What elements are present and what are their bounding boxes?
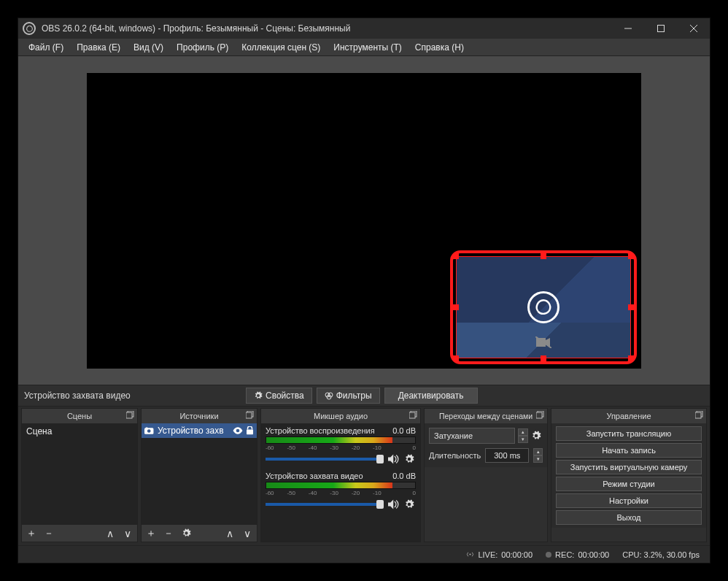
properties-button[interactable]: Свойства bbox=[246, 388, 312, 404]
vu-meter bbox=[266, 482, 416, 489]
status-live: LIVE: 00:00:00 bbox=[466, 550, 533, 559]
menu-view[interactable]: Вид (V) bbox=[128, 41, 169, 54]
broadcast-icon bbox=[466, 550, 474, 558]
mixer-title: Микшер аудио bbox=[261, 409, 420, 423]
settings-button[interactable]: Настройки bbox=[556, 493, 702, 508]
source-down-button[interactable]: ∨ bbox=[241, 528, 254, 539]
status-cpu: CPU: 3.2%, 30.00 fps bbox=[622, 550, 700, 559]
popout-icon[interactable] bbox=[246, 411, 254, 419]
volume-slider[interactable] bbox=[266, 503, 384, 506]
preview-canvas[interactable] bbox=[87, 73, 641, 369]
resize-handle[interactable] bbox=[453, 304, 459, 310]
obs-logo-icon bbox=[23, 22, 36, 35]
transition-spin[interactable]: ▴▾ bbox=[518, 428, 528, 443]
titlebar: OBS 26.0.2 (64-bit, windows) - Профиль: … bbox=[18, 18, 710, 39]
menu-file[interactable]: Файл (F) bbox=[23, 41, 69, 54]
deactivate-button[interactable]: Деактивировать bbox=[384, 388, 478, 404]
add-source-button[interactable]: ＋ bbox=[144, 527, 158, 540]
controls-title: Управление bbox=[551, 409, 706, 423]
minimize-button[interactable] bbox=[611, 18, 644, 39]
no-camera-icon bbox=[535, 336, 551, 348]
vu-scale: -60-50-40-30-20-100 bbox=[266, 444, 416, 451]
resize-handle[interactable] bbox=[628, 355, 634, 361]
resize-handle[interactable] bbox=[453, 355, 459, 361]
remove-source-button[interactable]: － bbox=[162, 527, 175, 540]
transition-settings-button[interactable] bbox=[531, 431, 543, 441]
eye-icon[interactable] bbox=[233, 427, 243, 434]
channel-level: 0.0 dB bbox=[392, 426, 416, 435]
duration-input[interactable] bbox=[485, 448, 529, 463]
scenes-dock: Сцены Сцена ＋ － ∧ ∨ bbox=[21, 408, 138, 542]
exit-button[interactable]: Выход bbox=[556, 510, 702, 525]
dock-area: Сцены Сцена ＋ － ∧ ∨ Источники bbox=[18, 407, 710, 545]
duration-label: Длительность bbox=[429, 451, 481, 460]
lock-icon[interactable] bbox=[246, 426, 254, 435]
vu-scale: -60-50-40-30-20-100 bbox=[266, 489, 416, 496]
transitions-body: Затухание ▴▾ Длительность ▴▾ bbox=[425, 423, 547, 467]
obs-placeholder-icon bbox=[527, 291, 559, 323]
sources-list[interactable]: Устройство захв bbox=[142, 423, 257, 524]
remove-scene-button[interactable]: － bbox=[42, 527, 55, 540]
start-stream-button[interactable]: Запустить трансляцию bbox=[556, 426, 702, 441]
speaker-icon[interactable] bbox=[388, 454, 400, 464]
volume-slider[interactable] bbox=[266, 458, 384, 461]
sources-dock: Источники Устройство захв ＋ － ∧ ∨ bbox=[141, 408, 257, 542]
source-properties-button[interactable] bbox=[179, 528, 193, 538]
channel-settings-button[interactable] bbox=[404, 499, 416, 509]
menu-profile[interactable]: Профиль (P) bbox=[171, 41, 234, 54]
controls-dock: Управление Запустить трансляцию Начать з… bbox=[551, 408, 707, 542]
duration-spin[interactable]: ▴▾ bbox=[533, 448, 543, 463]
filters-button[interactable]: Фильтры bbox=[317, 388, 380, 404]
vu-meter bbox=[266, 436, 416, 444]
speaker-icon[interactable] bbox=[388, 499, 400, 509]
window-title: OBS 26.0.2 (64-bit, windows) - Профиль: … bbox=[42, 23, 611, 34]
svg-rect-14 bbox=[146, 427, 148, 428]
filters-icon bbox=[325, 391, 333, 400]
selected-source[interactable] bbox=[456, 256, 631, 358]
svg-rect-19 bbox=[536, 412, 542, 418]
channel-level: 0.0 dB bbox=[392, 472, 416, 480]
channel-name: Устройство захвата видео bbox=[266, 472, 363, 480]
source-context-bar: Устройство захвата видео Свойства Фильтр… bbox=[18, 385, 710, 407]
mixer-dock: Микшер аудио Устройство воспроизведения0… bbox=[260, 408, 421, 542]
resize-handle[interactable] bbox=[628, 253, 634, 259]
scenes-list[interactable]: Сцена bbox=[22, 423, 137, 524]
svg-rect-21 bbox=[695, 412, 701, 418]
resize-handle[interactable] bbox=[541, 355, 546, 361]
menu-tools[interactable]: Инструменты (T) bbox=[328, 41, 407, 54]
start-record-button[interactable]: Начать запись bbox=[556, 443, 702, 458]
preview-area[interactable] bbox=[18, 56, 710, 385]
mixer-channel: Устройство воспроизведения0.0 dB -60-50-… bbox=[261, 423, 420, 469]
popout-icon[interactable] bbox=[409, 411, 417, 419]
add-scene-button[interactable]: ＋ bbox=[25, 527, 38, 540]
scene-up-button[interactable]: ∧ bbox=[104, 528, 117, 539]
resize-handle[interactable] bbox=[541, 253, 546, 259]
menu-edit[interactable]: Правка (E) bbox=[71, 41, 126, 54]
close-button[interactable] bbox=[677, 18, 710, 39]
svg-rect-1 bbox=[657, 26, 664, 32]
mixer-channel: Устройство захвата видео0.0 dB -60-50-40… bbox=[261, 469, 420, 514]
popout-icon[interactable] bbox=[536, 411, 544, 419]
menu-help[interactable]: Справка (H) bbox=[409, 41, 470, 54]
popout-icon[interactable] bbox=[695, 411, 703, 419]
svg-point-13 bbox=[147, 429, 151, 433]
svg-point-22 bbox=[470, 553, 471, 555]
popout-icon[interactable] bbox=[126, 411, 134, 419]
svg-rect-17 bbox=[409, 412, 415, 418]
mixer-body: Устройство воспроизведения0.0 dB -60-50-… bbox=[261, 423, 420, 542]
camera-icon bbox=[144, 427, 155, 435]
start-virtualcam-button[interactable]: Запустить виртуальную камеру bbox=[556, 460, 702, 474]
studio-mode-button[interactable]: Режим студии bbox=[556, 477, 702, 491]
transition-select[interactable]: Затухание bbox=[429, 428, 515, 444]
source-row[interactable]: Устройство захв bbox=[142, 423, 257, 438]
scenes-title: Сцены bbox=[22, 409, 137, 423]
source-up-button[interactable]: ∧ bbox=[223, 528, 236, 539]
resize-handle[interactable] bbox=[628, 304, 634, 310]
channel-settings-button[interactable] bbox=[404, 454, 416, 464]
scene-down-button[interactable]: ∨ bbox=[121, 528, 134, 539]
menu-scene-collection[interactable]: Коллекция сцен (S) bbox=[236, 41, 326, 54]
maximize-button[interactable] bbox=[644, 18, 677, 39]
transitions-title: Переходы между сценами bbox=[425, 409, 547, 423]
scene-row[interactable]: Сцена bbox=[22, 423, 137, 439]
resize-handle[interactable] bbox=[453, 253, 459, 259]
